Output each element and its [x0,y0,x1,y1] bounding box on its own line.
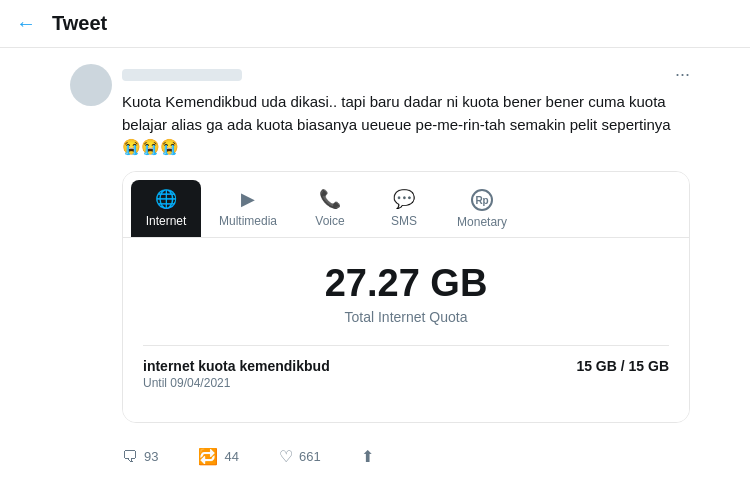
tweet-header: ··· Kuota Kemendikbud uda dikasi.. tapi … [70,64,690,466]
share-icon: ⬆ [361,447,374,466]
retweet-count: 44 [224,449,238,464]
tab-monetary[interactable]: Rp Monetary [443,180,521,238]
retweet-action[interactable]: 🔁 44 [198,447,238,466]
quota-value: 27.27 GB [143,262,669,305]
retweet-icon: 🔁 [198,447,218,466]
quota-item-amount: 15 GB / 15 GB [576,358,669,374]
quota-label: Total Internet Quota [143,309,669,325]
main-quota-display: 27.27 GB Total Internet Quota [143,262,669,325]
tab-sms[interactable]: 💬 SMS [369,180,439,238]
quota-item: internet kuota kemendikbud Until 09/04/2… [143,345,669,402]
tab-voice[interactable]: 📞 Voice [295,180,365,238]
tab-multimedia-label: Multimedia [219,214,277,228]
share-action[interactable]: ⬆ [361,447,374,466]
user-info [122,69,242,81]
internet-icon: 🌐 [155,188,177,210]
page-title: Tweet [52,12,107,35]
reply-action[interactable]: 🗨 93 [122,447,158,466]
reply-count: 93 [144,449,158,464]
quota-item-until: Until 09/04/2021 [143,376,330,390]
like-count: 661 [299,449,321,464]
tab-multimedia[interactable]: ▶ Multimedia [205,180,291,238]
quota-item-name: internet kuota kemendikbud [143,358,330,374]
like-icon: ♡ [279,447,293,466]
page-header: ← Tweet [0,0,750,48]
tweet-body: ··· Kuota Kemendikbud uda dikasi.. tapi … [122,64,690,466]
back-button[interactable]: ← [16,12,36,35]
sms-icon: 💬 [393,188,415,210]
tab-monetary-label: Monetary [457,215,507,229]
tab-internet[interactable]: 🌐 Internet [131,180,201,238]
tweet-text: Kuota Kemendikbud uda dikasi.. tapi baru… [122,91,690,159]
quota-item-info: internet kuota kemendikbud Until 09/04/2… [143,358,330,390]
tweet-actions: 🗨 93 🔁 44 ♡ 661 ⬆ [122,437,690,466]
multimedia-icon: ▶ [241,188,255,210]
tab-sms-label: SMS [391,214,417,228]
avatar [70,64,112,106]
like-action[interactable]: ♡ 661 [279,447,321,466]
tab-voice-label: Voice [315,214,344,228]
tab-bar: 🌐 Internet ▶ Multimedia 📞 Voice 💬 SMS [123,172,689,239]
tab-internet-label: Internet [146,214,187,228]
card-body: 27.27 GB Total Internet Quota internet k… [123,238,689,422]
tweet-menu-button[interactable]: ··· [675,64,690,85]
reply-icon: 🗨 [122,448,138,466]
voice-icon: 📞 [319,188,341,210]
monetary-icon: Rp [471,188,493,212]
tweet-container: ··· Kuota Kemendikbud uda dikasi.. tapi … [0,48,750,500]
quota-card: 🌐 Internet ▶ Multimedia 📞 Voice 💬 SMS [122,171,690,424]
